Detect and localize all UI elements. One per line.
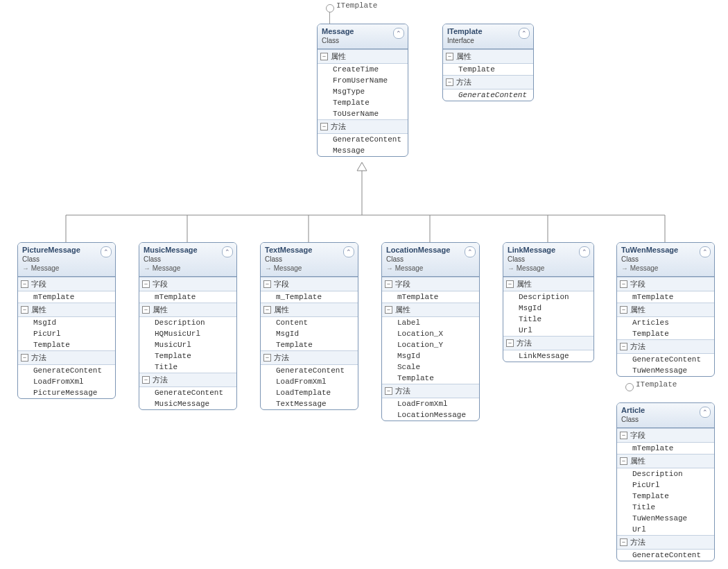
props-item[interactable]: HQMusicUrl [139,328,236,339]
section-methods[interactable]: −方法 [617,339,714,354]
class-tuwen[interactable]: TuWenMessageClassMessage⌃−字段mTemplate−属性… [616,242,715,377]
class-picture[interactable]: PictureMessageClassMessage⌃−字段mTemplate−… [17,242,116,399]
section-props[interactable]: −属性 [261,303,358,317]
toggle-icon[interactable]: − [506,280,514,288]
section-props[interactable]: −属性 [443,49,533,64]
section-props[interactable]: −属性 [503,277,593,291]
methods-item[interactable]: LocationMessage [382,409,479,421]
props-item[interactable]: Location_Y [382,339,479,350]
props-item[interactable]: Scale [382,362,479,373]
section-props[interactable]: −属性 [617,303,714,317]
methods-item[interactable]: GenerateContent [261,365,358,376]
collapse-icon[interactable]: ⌃ [700,407,711,418]
methods-item[interactable]: LoadFromXml [18,376,115,387]
methods-item[interactable]: PictureMessage [18,387,115,398]
collapse-icon[interactable]: ⌃ [519,28,530,39]
toggle-icon[interactable]: − [620,457,627,465]
props-item[interactable]: Url [503,325,593,336]
props-item[interactable]: Description [503,291,593,303]
class-header[interactable]: MusicMessageClassMessage⌃ [139,243,236,277]
class-header[interactable]: PictureMessageClassMessage⌃ [18,243,115,277]
fields-item[interactable]: mTemplate [382,291,479,303]
section-fields[interactable]: −字段 [382,277,479,291]
section-methods[interactable]: −方法 [443,75,533,90]
fields-item[interactable]: mTemplate [617,291,714,303]
class-message[interactable]: MessageClass⌃−属性CreateTimeFromUserNameMs… [317,24,408,157]
props-item[interactable]: Location_X [382,328,479,339]
class-header[interactable]: LocationMessageClassMessage⌃ [382,243,479,277]
toggle-icon[interactable]: − [263,354,271,362]
section-fields[interactable]: −字段 [617,428,714,443]
class-text[interactable]: TextMessageClassMessage⌃−字段m_Template−属性… [260,242,358,410]
class-header[interactable]: ITemplateInterface⌃ [443,24,533,49]
toggle-icon[interactable]: − [142,376,150,384]
collapse-icon[interactable]: ⌃ [700,246,711,257]
section-props[interactable]: −属性 [139,303,236,317]
props-item[interactable]: MusicUrl [139,339,236,350]
fields-item[interactable]: mTemplate [18,291,115,303]
collapse-icon[interactable]: ⌃ [343,246,354,257]
props-item[interactable]: Template [318,97,408,108]
collapse-icon[interactable]: ⌃ [465,246,476,257]
section-methods[interactable]: −方法 [261,350,358,365]
section-methods[interactable]: −方法 [617,535,714,550]
methods-item[interactable]: GenerateContent [18,365,115,376]
class-link[interactable]: LinkMessageClassMessage⌃−属性DescriptionMs… [503,242,594,362]
toggle-icon[interactable]: − [142,280,150,288]
methods-item[interactable]: TuWenMessage [617,365,714,376]
props-item[interactable]: Label [382,317,479,328]
methods-item[interactable]: GenerateContent [318,134,408,145]
toggle-icon[interactable]: − [620,343,627,350]
props-item[interactable]: Description [139,317,236,328]
props-item[interactable]: Title [617,502,714,513]
collapse-icon[interactable]: ⌃ [101,246,112,257]
fields-item[interactable]: mTemplate [139,291,236,303]
class-article[interactable]: ArticleClass⌃−字段mTemplate−属性DescriptionP… [616,402,715,561]
toggle-icon[interactable]: − [620,538,627,546]
methods-item[interactable]: GenerateContent [443,90,533,101]
methods-item[interactable]: LinkMessage [503,350,593,362]
props-item[interactable]: Content [261,317,358,328]
collapse-icon[interactable]: ⌃ [579,246,590,257]
props-item[interactable]: Title [139,362,236,373]
methods-item[interactable]: LoadFromXml [382,398,479,409]
class-location[interactable]: LocationMessageClassMessage⌃−字段mTemplate… [381,242,480,421]
section-methods[interactable]: −方法 [139,373,236,387]
methods-item[interactable]: GenerateContent [617,550,714,561]
fields-item[interactable]: m_Template [261,291,358,303]
props-item[interactable]: Template [443,64,533,75]
props-item[interactable]: ToUserName [318,108,408,119]
toggle-icon[interactable]: − [385,306,392,314]
class-header[interactable]: TuWenMessageClassMessage⌃ [617,243,714,277]
props-item[interactable]: MsgType [318,86,408,97]
toggle-icon[interactable]: − [446,78,453,86]
section-fields[interactable]: −字段 [617,277,714,291]
props-item[interactable]: Url [617,524,714,535]
class-header[interactable]: MessageClass⌃ [318,24,408,49]
toggle-icon[interactable]: − [21,280,28,288]
props-item[interactable]: MsgId [382,350,479,362]
section-props[interactable]: −属性 [382,303,479,317]
toggle-icon[interactable]: − [506,339,514,347]
props-item[interactable]: MsgId [503,303,593,314]
class-header[interactable]: TextMessageClassMessage⌃ [261,243,358,277]
props-item[interactable]: Template [18,339,115,350]
props-item[interactable]: Template [261,339,358,350]
class-header[interactable]: ArticleClass⌃ [617,403,714,428]
toggle-icon[interactable]: − [142,306,150,314]
methods-item[interactable]: GenerateContent [139,387,236,398]
collapse-icon[interactable]: ⌃ [393,28,404,39]
toggle-icon[interactable]: − [620,432,627,439]
methods-item[interactable]: Message [318,145,408,156]
methods-item[interactable]: LoadFromXml [261,376,358,387]
section-methods[interactable]: −方法 [503,336,593,350]
toggle-icon[interactable]: − [21,354,28,362]
props-item[interactable]: MsgId [261,328,358,339]
props-item[interactable]: Articles [617,317,714,328]
collapse-icon[interactable]: ⌃ [222,246,233,257]
props-item[interactable]: CreateTime [318,64,408,75]
toggle-icon[interactable]: − [263,306,271,314]
props-item[interactable]: PicUrl [18,328,115,339]
toggle-icon[interactable]: − [320,53,328,60]
class-header[interactable]: LinkMessageClassMessage⌃ [503,243,593,277]
